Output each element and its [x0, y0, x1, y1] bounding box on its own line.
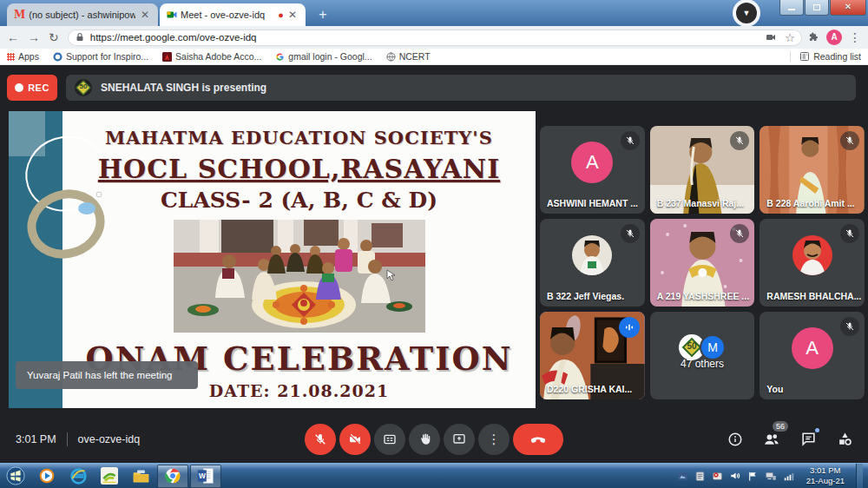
signal-icon[interactable]	[783, 470, 795, 482]
bookmark-gmail-login[interactable]: gmail login - Googl...	[275, 51, 372, 62]
meeting-time: 3:01 PM	[16, 433, 56, 445]
participant-name: A 219 YASHSHREE ...	[657, 291, 749, 301]
bookmark-support[interactable]: Support for Inspiro...	[53, 51, 148, 62]
end-call-button[interactable]	[513, 424, 563, 455]
present-button[interactable]	[444, 424, 475, 455]
chat-notification-dot	[815, 428, 819, 432]
avatar: A	[571, 142, 613, 183]
mic-off-icon	[840, 317, 859, 336]
tab-close-icon[interactable]: ✕	[139, 9, 151, 21]
chat-icon[interactable]	[799, 430, 818, 449]
profile-avatar[interactable]: A	[826, 30, 842, 45]
bookmark-apps[interactable]: Apps	[7, 51, 39, 62]
meet-content: REC 50 SNEHALATA SINGH is presenting MAH…	[0, 65, 868, 463]
activities-icon[interactable]	[835, 430, 854, 449]
tile-others[interactable]: 50 M 47 others	[650, 312, 755, 399]
audio-speaking-icon	[619, 317, 640, 338]
mic-off-icon	[621, 224, 640, 243]
browser-tabstrip: M (no subject) - ashwinipowale@m ✕ Meet …	[0, 0, 868, 26]
meet-side-actions: 56	[726, 430, 854, 449]
tile-ramesh[interactable]: RAMESH BHALCHA...	[760, 219, 865, 307]
google-g-icon	[275, 52, 285, 62]
bookmark-label: gmail login - Googl...	[288, 51, 372, 62]
divider	[67, 432, 68, 446]
tab-close-icon[interactable]: ✕	[286, 9, 299, 21]
url-text[interactable]: https://meet.google.com/ove-ozve-idq	[90, 32, 766, 43]
clock-time: 3:01 PM	[806, 465, 845, 476]
back-icon[interactable]: ←	[7, 30, 19, 44]
restore-button[interactable]	[805, 0, 829, 16]
tile-ashwini[interactable]: A ASHWINI HEMANT ...	[540, 126, 645, 214]
extensions-icon[interactable]	[809, 32, 819, 43]
action-center-flag-icon[interactable]	[747, 471, 759, 482]
start-button[interactable]	[0, 465, 31, 488]
gmail-icon: M	[14, 9, 25, 21]
bookmark-label: Support for Inspiro...	[66, 51, 148, 62]
lock-icon	[75, 32, 85, 43]
camera-toggle-button[interactable]	[339, 424, 371, 455]
browser-menu-icon[interactable]: ⋮	[849, 30, 861, 44]
reading-list-button[interactable]: Reading list	[790, 51, 861, 62]
mic-off-icon	[840, 131, 859, 150]
participant-name: You	[766, 384, 783, 394]
bookmark-label: NCERT	[399, 51, 431, 62]
tray-tasks-icon[interactable]	[694, 471, 706, 482]
slide-text: MAHATMA EDUCATION SOCIETY'S HOCL SCHOOL,…	[62, 111, 536, 400]
taskbar-explorer-icon[interactable]	[125, 465, 156, 488]
bookmark-adobe[interactable]: Saisha Adobe Acco...	[162, 51, 261, 62]
avatar: A	[792, 327, 833, 369]
tile-grisha[interactable]: D220 GRISHA KAI...	[540, 312, 645, 399]
tab-title: Meet - ove-ozve-idq	[181, 10, 274, 20]
tile-yashshree[interactable]: A 219 YASHSHREE ...	[650, 219, 755, 307]
forward-icon[interactable]: →	[28, 30, 40, 44]
captions-button[interactable]	[374, 424, 405, 455]
presenting-text: SNEHALATA SINGH is presenting	[101, 82, 266, 94]
meet-footer: 3:01 PM ove-ozve-idq	[0, 415, 868, 463]
slide-line3: CLASS- 2 (A, B, C & D)	[62, 188, 536, 213]
network-icon[interactable]	[765, 470, 777, 482]
more-options-button[interactable]: ⋮	[478, 424, 510, 455]
tab-meet[interactable]: Meet - ove-ozve-idq ● ✕	[160, 3, 306, 26]
taskbar-wmp-icon[interactable]	[31, 465, 62, 488]
reading-list-icon	[799, 51, 810, 62]
window-controls: ✕	[779, 0, 866, 16]
browser-toolbar: ← → ↻ https://meet.google.com/ove-ozve-i…	[0, 26, 868, 49]
close-button[interactable]: ✕	[830, 0, 866, 16]
bookmarks-bar: Apps Support for Inspiro... Saisha Adobe…	[0, 49, 868, 65]
reading-list-label: Reading list	[813, 51, 861, 62]
meeting-details-icon[interactable]	[726, 430, 745, 449]
raise-hand-button[interactable]	[409, 424, 440, 455]
clock-date: 21-Aug-21	[806, 476, 845, 486]
mic-toggle-button[interactable]	[305, 424, 336, 455]
others-count: 47 others	[650, 358, 755, 370]
mic-off-icon	[840, 224, 859, 243]
bookmark-star-icon[interactable]: ☆	[785, 31, 795, 44]
dell-icon	[53, 52, 62, 62]
taskbar-chrome-icon[interactable]	[157, 465, 188, 488]
show-desktop-button[interactable]	[856, 464, 863, 488]
tray-app-icon[interactable]	[677, 471, 688, 482]
recorder-overlay-button[interactable]: ▼	[736, 3, 757, 23]
tab-gmail[interactable]: M (no subject) - ashwinipowale@m ✕	[7, 3, 158, 26]
tab-camera-icon[interactable]	[766, 32, 776, 43]
participant-name: D220 GRISHA KAI...	[547, 384, 632, 394]
tile-you[interactable]: A You	[760, 312, 865, 399]
bookmark-ncert[interactable]: NCERT	[386, 51, 431, 62]
taskbar-clock[interactable]: 3:01 PM 21-Aug-21	[801, 465, 850, 487]
tile-aarohi[interactable]: B 228 Aarohi Amit ...	[760, 126, 865, 214]
taskbar-app-icon[interactable]	[94, 465, 125, 488]
reload-icon[interactable]: ↻	[49, 30, 59, 44]
taskbar-ie-icon[interactable]	[62, 465, 94, 488]
slide-line2: HOCL SCHOOL,RASAYANI	[62, 154, 536, 184]
participant-name: RAMESH BHALCHA...	[766, 291, 861, 301]
tile-manasvi[interactable]: B 237 Manasvi Raj...	[650, 126, 755, 214]
volume-icon[interactable]	[729, 470, 741, 482]
taskbar-word-icon[interactable]: W	[190, 465, 221, 488]
address-bar[interactable]: https://meet.google.com/ove-ozve-idq ☆	[68, 30, 802, 46]
tray-alert-icon[interactable]	[712, 471, 723, 482]
tile-jeff[interactable]: B 322 Jeff Viegas.	[540, 219, 645, 307]
meet-icon	[167, 10, 177, 20]
new-tab-button[interactable]: +	[312, 5, 333, 24]
participants-icon[interactable]: 56	[762, 430, 781, 449]
minimize-button[interactable]	[779, 0, 804, 16]
